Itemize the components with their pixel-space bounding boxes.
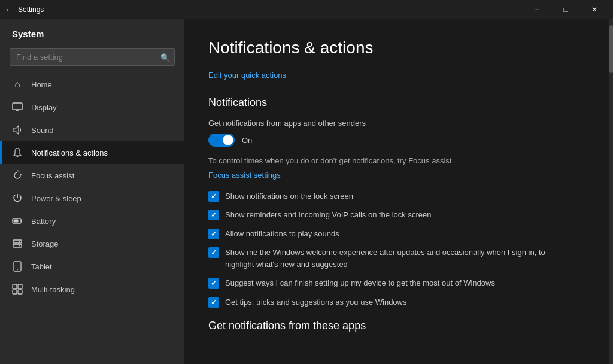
- checkbox-reminders-voip-label: Show reminders and incoming VoIP calls o…: [225, 209, 431, 221]
- checkbox-tips-label: Get tips, tricks and suggestions as you …: [225, 296, 406, 308]
- quick-actions-link[interactable]: Edit your quick actions: [208, 71, 286, 80]
- minimize-button[interactable]: −: [523, 0, 551, 19]
- scrollbar-thumb[interactable]: [609, 25, 613, 73]
- titlebar: ← Settings − □ ✕: [0, 0, 613, 19]
- checkbox-row-reminders-voip: Show reminders and incoming VoIP calls o…: [208, 209, 556, 221]
- sidebar-item-power-sleep[interactable]: Power & sleep: [0, 187, 184, 210]
- app-title: Settings: [18, 5, 523, 14]
- maximize-button[interactable]: □: [552, 0, 579, 19]
- checkbox-windows-welcome-label: Show me the Windows welcome experience a…: [225, 247, 556, 270]
- multitasking-icon: [12, 284, 23, 295]
- sidebar-item-home[interactable]: ⌂ Home: [0, 73, 184, 96]
- notifications-toggle-row: On: [208, 134, 584, 147]
- home-icon: ⌂: [12, 79, 23, 90]
- content-area: Notifications & actions Edit your quick …: [184, 19, 613, 364]
- notifications-description: Get notifications from apps and other se…: [208, 119, 584, 128]
- focus-assist-description: To control times when you do or don't ge…: [208, 155, 544, 167]
- svg-rect-13: [13, 284, 17, 289]
- back-button[interactable]: ←: [5, 5, 13, 14]
- checkbox-reminders-voip[interactable]: [208, 210, 219, 220]
- display-icon: [12, 102, 23, 113]
- sidebar-item-label: Sound: [31, 126, 54, 135]
- search-container: 🔍: [10, 48, 175, 66]
- sidebar-item-label: Notifications & actions: [31, 148, 108, 157]
- svg-point-10: [19, 245, 20, 247]
- svg-rect-16: [18, 290, 22, 294]
- scrollbar-track[interactable]: [609, 19, 613, 364]
- checkbox-lock-screen[interactable]: [208, 191, 219, 202]
- sidebar-item-display[interactable]: Display: [0, 96, 184, 119]
- sidebar-item-multitasking[interactable]: Multi-tasking: [0, 278, 184, 301]
- svg-rect-0: [13, 103, 22, 110]
- checkbox-lock-screen-label: Show notifications on the lock screen: [225, 190, 353, 202]
- storage-icon: [12, 238, 23, 249]
- svg-rect-15: [13, 290, 17, 294]
- notifications-icon: [12, 147, 23, 158]
- checkbox-setup-tips-label: Suggest ways I can finish setting up my …: [225, 277, 495, 289]
- close-button[interactable]: ✕: [581, 0, 608, 19]
- checkbox-setup-tips[interactable]: [208, 278, 219, 289]
- sidebar-item-focus-assist[interactable]: Focus assist: [0, 164, 184, 187]
- checkbox-sounds[interactable]: [208, 229, 219, 239]
- page-title: Notifications & actions: [208, 38, 584, 57]
- battery-icon: [12, 216, 23, 226]
- svg-rect-6: [14, 220, 19, 223]
- sidebar-item-label: Battery: [31, 217, 56, 226]
- sidebar: System 🔍 ⌂ Home Display: [0, 19, 184, 364]
- search-input[interactable]: [10, 48, 175, 66]
- sidebar-section-label: System: [0, 19, 184, 44]
- sidebar-item-storage[interactable]: Storage: [0, 232, 184, 255]
- checkbox-row-lock-screen: Show notifications on the lock screen: [208, 190, 556, 202]
- sound-icon: [12, 125, 23, 135]
- focus-assist-icon: [12, 170, 23, 181]
- sidebar-item-label: Tablet: [31, 262, 52, 271]
- sidebar-item-label: Power & sleep: [31, 194, 81, 203]
- sidebar-item-label: Focus assist: [31, 171, 74, 180]
- checkbox-sounds-label: Allow notifications to play sounds: [225, 228, 339, 240]
- tablet-icon: [12, 261, 23, 272]
- sidebar-item-label: Display: [31, 103, 57, 112]
- window-controls: − □ ✕: [523, 0, 608, 19]
- checkbox-tips[interactable]: [208, 297, 219, 308]
- sidebar-item-label: Home: [31, 80, 52, 89]
- checkbox-windows-welcome[interactable]: [208, 247, 219, 258]
- svg-point-9: [19, 241, 20, 242]
- sidebar-item-tablet[interactable]: Tablet: [0, 255, 184, 278]
- svg-point-12: [17, 269, 18, 271]
- notifications-toggle[interactable]: [208, 134, 235, 147]
- app-body: System 🔍 ⌂ Home Display: [0, 19, 613, 364]
- checkbox-row-sounds: Allow notifications to play sounds: [208, 228, 556, 240]
- focus-assist-link[interactable]: Focus assist settings: [208, 171, 281, 180]
- svg-rect-14: [18, 284, 22, 289]
- power-icon: [12, 193, 23, 204]
- checkbox-row-windows-welcome: Show me the Windows welcome experience a…: [208, 247, 556, 270]
- sidebar-item-sound[interactable]: Sound: [0, 119, 184, 141]
- notifications-section-title: Notifications: [208, 96, 584, 109]
- checkbox-row-setup-tips: Suggest ways I can finish setting up my …: [208, 277, 556, 289]
- bottom-section-title: Get notifications from these apps: [208, 320, 584, 332]
- sidebar-item-label: Storage: [31, 239, 59, 248]
- sidebar-item-notifications[interactable]: Notifications & actions: [0, 141, 184, 164]
- toggle-label: On: [242, 136, 252, 145]
- svg-rect-5: [21, 220, 22, 222]
- search-icon: 🔍: [160, 53, 170, 62]
- sidebar-item-battery[interactable]: Battery: [0, 210, 184, 232]
- checkbox-row-tips: Get tips, tricks and suggestions as you …: [208, 296, 556, 308]
- svg-marker-3: [14, 126, 19, 134]
- sidebar-item-label: Multi-tasking: [31, 285, 75, 294]
